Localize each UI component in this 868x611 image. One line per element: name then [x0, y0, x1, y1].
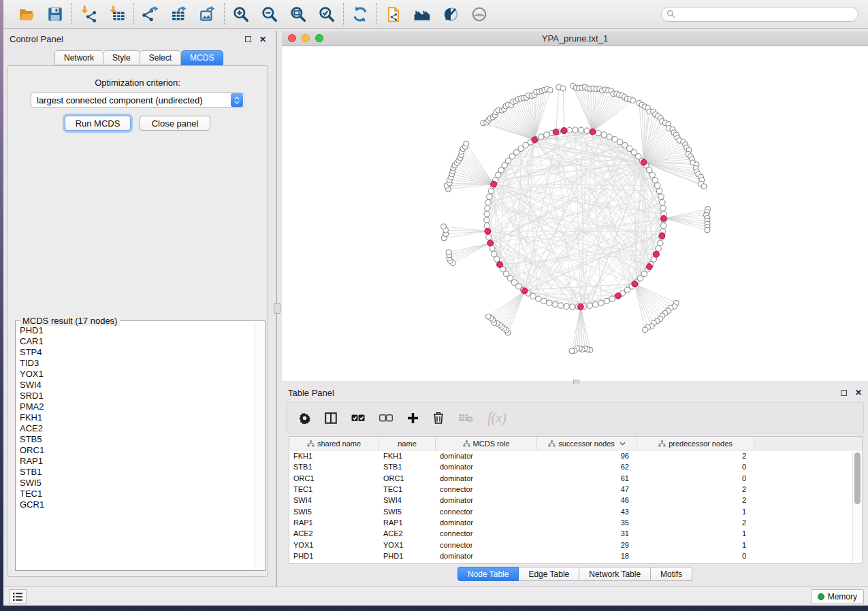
toolbar-group [344, 5, 376, 24]
deselect-all-button[interactable] [379, 414, 393, 423]
cell-successors: 35 [537, 518, 637, 527]
mcds-node-item[interactable]: FKH1 [20, 412, 255, 423]
optimization-criterion-select[interactable]: largest connected component (undirected) [31, 93, 244, 108]
table-scrollbar[interactable] [852, 451, 861, 563]
export-image-button[interactable] [198, 5, 217, 24]
cell-name: PHD1 [379, 552, 436, 560]
mcds-node-item[interactable]: TEC1 [20, 489, 255, 499]
cell-name: STB1 [379, 463, 436, 471]
mcds-node-item[interactable]: PMA2 [20, 401, 255, 412]
tab-edge-table[interactable]: Edge Table [519, 567, 579, 581]
close-panel-icon[interactable]: ✕ [259, 35, 266, 44]
tab-style[interactable]: Style [103, 50, 140, 65]
mcds-node-item[interactable]: STB5 [20, 434, 255, 445]
node-table: shared namenameMCDS rolesuccessor nodesp… [289, 436, 863, 564]
tab-network[interactable]: Network [54, 50, 103, 65]
split-panel-button[interactable] [325, 412, 337, 424]
mcds-node-item[interactable]: ACE2 [20, 423, 255, 434]
column-label: predecessor nodes [669, 440, 733, 448]
home-network-button[interactable] [413, 5, 432, 24]
float-panel-icon[interactable] [245, 36, 251, 42]
zoom-in-button[interactable] [231, 5, 251, 24]
float-panel-icon[interactable] [841, 390, 847, 396]
run-mcds-button[interactable]: Run MCDS [65, 116, 131, 131]
tab-select[interactable]: Select [140, 50, 181, 65]
refresh-view-icon [351, 5, 369, 23]
table-row[interactable]: STB1STB1dominator620 [289, 461, 862, 472]
mcds-node-item[interactable]: STP4 [20, 347, 255, 358]
mcds-node-item[interactable]: CAR1 [20, 336, 255, 347]
table-row[interactable]: TEC1TEC1connector472 [289, 484, 862, 495]
select-all-button[interactable] [351, 414, 365, 423]
network-graph[interactable] [282, 46, 868, 381]
table-row[interactable]: SWI5SWI5connector431 [289, 506, 862, 516]
tab-node-table[interactable]: Node Table [457, 567, 519, 581]
column-header-successor-nodes[interactable]: successor nodes [537, 437, 637, 450]
mcds-result-list[interactable]: PHD1CAR1STP4TID3YOX1SWI4SRD1PMA2FKH1ACE2… [17, 323, 255, 569]
table-row[interactable]: FKH1FKH1dominator962 [289, 450, 862, 461]
zoom-fit-button[interactable] [289, 5, 308, 24]
close-window-icon[interactable] [288, 34, 296, 42]
mcds-node-item[interactable]: SWI5 [20, 478, 255, 489]
refresh-view-button[interactable] [351, 5, 370, 24]
tab-motifs[interactable]: Motifs [651, 567, 692, 581]
zoom-selected-button[interactable] [317, 5, 336, 24]
search-input[interactable] [679, 8, 853, 20]
memory-button[interactable]: Memory [811, 589, 864, 604]
close-panel-button[interactable]: Close panel [140, 116, 210, 131]
mcds-node-item[interactable]: PHD1 [20, 325, 255, 336]
mcds-list-scrollbar[interactable] [255, 323, 263, 569]
export-table-button[interactable] [170, 5, 189, 24]
export-network-button[interactable] [141, 5, 160, 24]
settings-gear-button[interactable] [299, 412, 310, 424]
search-box[interactable] [661, 7, 858, 22]
main-toolbar [3, 0, 868, 29]
mcds-node-item[interactable]: GCR1 [20, 499, 255, 510]
mcds-node-item[interactable]: YOX1 [20, 369, 255, 380]
add-entry-button[interactable] [407, 412, 419, 424]
table-row[interactable]: ACE2ACE2connector311 [289, 528, 862, 539]
cell-successors: 29 [537, 541, 637, 549]
task-history-button[interactable] [9, 589, 27, 604]
table-row[interactable]: PHD1PHD1dominator180 [289, 550, 862, 561]
open-file-button[interactable] [17, 5, 36, 24]
mcds-node-item[interactable]: STB1 [20, 467, 255, 478]
tab-mcds[interactable]: MCDS [181, 50, 223, 65]
maximize-window-icon[interactable] [315, 34, 323, 42]
vertical-splitter[interactable] [272, 31, 282, 587]
scrollbar-thumb[interactable] [854, 452, 861, 504]
table-row[interactable]: SWI4SWI4dominator462 [289, 495, 862, 506]
share-document-button[interactable] [384, 5, 403, 24]
network-title: YPA_prune.txt_1 [282, 33, 868, 44]
memory-status-icon [818, 593, 824, 600]
mcds-node-item[interactable]: TID3 [20, 358, 255, 369]
column-header-MCDS-role[interactable]: MCDS role [436, 437, 537, 450]
column-header-shared-name[interactable]: shared name [289, 437, 379, 450]
import-table-icon [108, 5, 126, 23]
mcds-node-item[interactable]: ORC1 [20, 445, 255, 456]
import-table-button[interactable] [108, 5, 127, 24]
table-row[interactable]: RAP1RAP1dominator352 [289, 517, 862, 528]
network-window-titlebar[interactable]: YPA_prune.txt_1 [282, 31, 868, 46]
hide-visualization-button[interactable] [441, 5, 460, 24]
cell-predecessors: 0 [637, 552, 754, 560]
mcds-node-item[interactable]: SWI4 [20, 380, 255, 391]
column-header-predecessor-nodes[interactable]: predecessor nodes [637, 437, 754, 450]
mcds-node-item[interactable]: RAP1 [20, 456, 255, 467]
mcds-node-item[interactable]: SRD1 [20, 391, 255, 401]
column-header-name[interactable]: name [379, 437, 436, 450]
splitter-handle[interactable] [274, 303, 280, 314]
close-panel-icon[interactable]: ✕ [855, 389, 862, 397]
network-canvas[interactable] [282, 46, 868, 381]
minimize-window-icon[interactable] [302, 34, 310, 42]
import-network-button[interactable] [79, 5, 98, 24]
table-row[interactable]: ORC1ORC1dominator610 [289, 473, 862, 484]
table-row[interactable]: YOX1YOX1connector291 [289, 539, 862, 550]
zoom-out-button[interactable] [260, 5, 279, 24]
tab-network-table[interactable]: Network Table [579, 567, 651, 581]
list-icon [12, 592, 23, 601]
delete-entry-button[interactable] [433, 412, 444, 424]
attribute-icon [463, 440, 470, 447]
save-session-button[interactable] [46, 5, 65, 24]
show-visualization-button[interactable] [470, 5, 489, 24]
